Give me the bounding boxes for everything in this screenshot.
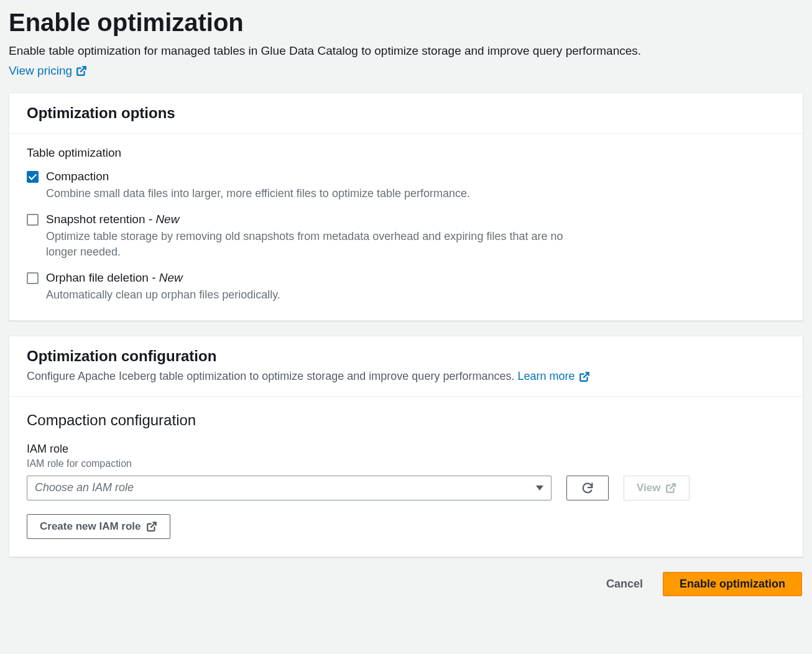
enable-optimization-button[interactable]: Enable optimization xyxy=(663,572,802,596)
iam-role-select[interactable]: Choose an IAM role xyxy=(27,476,551,500)
external-link-icon xyxy=(579,371,590,382)
new-tag: - New xyxy=(152,271,183,284)
page-title: Enable optimization xyxy=(9,9,803,37)
checkbox-row-orphan-file-deletion: Orphan file deletion - New Automatically… xyxy=(27,271,574,303)
snapshot-retention-label: Snapshot retention xyxy=(46,213,145,226)
table-optimization-group-label: Table optimization xyxy=(27,146,785,160)
iam-role-hint: IAM role for compaction xyxy=(27,458,785,469)
snapshot-retention-checkbox[interactable] xyxy=(27,214,39,226)
checkbox-row-snapshot-retention: Snapshot retention - New Optimize table … xyxy=(27,213,574,260)
view-button-label: View xyxy=(637,482,660,494)
compaction-checkbox[interactable] xyxy=(27,171,39,183)
view-iam-role-button: View xyxy=(624,476,690,500)
optimization-configuration-panel: Optimization configuration Configure Apa… xyxy=(9,336,803,556)
cancel-button[interactable]: Cancel xyxy=(595,572,654,596)
learn-more-link[interactable]: Learn more xyxy=(517,369,589,384)
external-link-icon xyxy=(665,482,676,494)
options-panel-title: Optimization options xyxy=(27,104,785,122)
view-pricing-label: View pricing xyxy=(9,64,72,78)
compaction-label: Compaction xyxy=(46,170,109,183)
compaction-configuration-title: Compaction configuration xyxy=(27,412,785,429)
create-iam-role-label: Create new IAM role xyxy=(40,520,141,533)
orphan-file-deletion-description: Automatically clean up orphan files peri… xyxy=(46,287,280,303)
optimization-options-panel: Optimization options Table optimization … xyxy=(9,93,803,321)
snapshot-retention-description: Optimize table storage by removing old s… xyxy=(46,229,574,260)
new-tag: - New xyxy=(149,213,180,226)
external-link-icon xyxy=(76,65,87,76)
refresh-icon xyxy=(581,481,594,495)
compaction-description: Combine small data files into larger, mo… xyxy=(46,186,470,201)
chevron-down-icon xyxy=(536,486,543,491)
footer-actions: Cancel Enable optimization xyxy=(9,572,803,596)
page-subtitle: Enable table optimization for managed ta… xyxy=(9,43,803,59)
config-panel-description: Configure Apache Iceberg table optimizat… xyxy=(27,369,785,384)
config-panel-title: Optimization configuration xyxy=(27,348,785,365)
create-iam-role-button[interactable]: Create new IAM role xyxy=(27,514,170,539)
learn-more-label: Learn more xyxy=(517,369,574,384)
refresh-button[interactable] xyxy=(566,476,609,500)
iam-role-select-placeholder: Choose an IAM role xyxy=(35,481,134,494)
view-pricing-link[interactable]: View pricing xyxy=(9,64,87,78)
checkbox-row-compaction: Compaction Combine small data files into… xyxy=(27,170,574,201)
config-panel-description-text: Configure Apache Iceberg table optimizat… xyxy=(27,370,514,382)
iam-role-label: IAM role xyxy=(27,443,785,456)
orphan-file-deletion-label: Orphan file deletion xyxy=(46,271,149,284)
orphan-file-deletion-checkbox[interactable] xyxy=(27,272,39,284)
external-link-icon xyxy=(146,521,157,532)
